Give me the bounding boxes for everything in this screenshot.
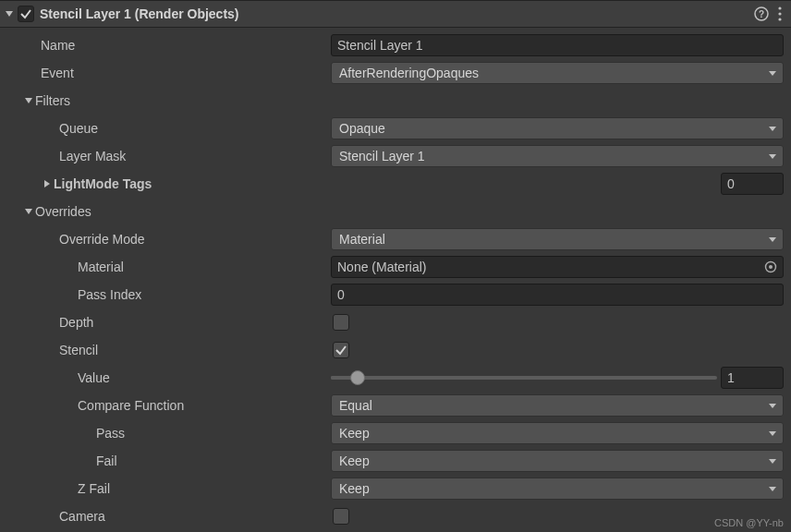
slider-thumb[interactable] bbox=[350, 370, 365, 385]
header-foldout[interactable] bbox=[3, 7, 16, 20]
layermask-label: Layer Mask bbox=[2, 149, 327, 163]
queue-label: Queue bbox=[2, 121, 327, 136]
pass-label: Pass bbox=[2, 426, 327, 441]
material-field[interactable]: None (Material) bbox=[331, 256, 784, 278]
material-label: Material bbox=[2, 260, 327, 274]
chevron-down-icon bbox=[768, 456, 777, 466]
overrides-foldout[interactable]: Overrides bbox=[2, 204, 327, 219]
lightmode-foldout[interactable]: LightMode Tags bbox=[2, 176, 327, 191]
stencil-label: Stencil bbox=[2, 343, 327, 357]
lightmode-label: LightMode Tags bbox=[54, 176, 152, 191]
dropdown-value: Keep bbox=[339, 453, 775, 468]
override-mode-label: Override Mode bbox=[2, 232, 327, 247]
chevron-down-icon bbox=[768, 429, 777, 438]
passindex-label: Pass Index bbox=[2, 287, 327, 302]
name-label: Name bbox=[2, 38, 327, 53]
kebab-menu-icon[interactable] bbox=[778, 6, 782, 21]
watermark-text: CSDN @YY-nb bbox=[714, 517, 784, 528]
enable-checkbox[interactable] bbox=[18, 6, 34, 22]
filters-foldout[interactable]: Filters bbox=[2, 93, 327, 108]
dropdown-value: Material bbox=[339, 232, 775, 247]
name-input[interactable] bbox=[331, 34, 784, 56]
fail-dropdown[interactable]: Keep bbox=[331, 450, 784, 472]
svg-point-3 bbox=[778, 12, 781, 15]
dropdown-value: Equal bbox=[339, 398, 775, 413]
component-title: Stencil Layer 1 (Render Objects) bbox=[40, 6, 754, 21]
chevron-down-icon bbox=[768, 151, 777, 161]
overrides-label: Overrides bbox=[35, 204, 91, 219]
chevron-down-icon bbox=[768, 401, 777, 410]
compare-dropdown[interactable]: Equal bbox=[331, 394, 784, 417]
material-value: None (Material) bbox=[337, 260, 426, 274]
inspector-body: Name Event AfterRenderingOpaques Filters… bbox=[0, 28, 791, 532]
chevron-down-icon bbox=[768, 68, 777, 78]
filters-label: Filters bbox=[35, 93, 70, 108]
camera-label: Camera bbox=[2, 509, 327, 524]
svg-point-6 bbox=[769, 265, 773, 269]
queue-dropdown[interactable]: Opaque bbox=[331, 117, 784, 139]
dropdown-value: Opaque bbox=[339, 121, 775, 136]
svg-point-2 bbox=[778, 6, 781, 9]
layermask-dropdown[interactable]: Stencil Layer 1 bbox=[331, 145, 784, 167]
event-label: Event bbox=[2, 66, 327, 80]
lightmode-count-input[interactable] bbox=[721, 173, 784, 195]
object-picker-icon[interactable] bbox=[762, 259, 779, 275]
dropdown-value: Keep bbox=[339, 426, 775, 441]
stencil-value-slider[interactable] bbox=[331, 376, 717, 380]
help-icon[interactable]: ? bbox=[754, 6, 769, 21]
foldout-open-icon bbox=[22, 205, 35, 218]
dropdown-value: AfterRenderingOpaques bbox=[339, 66, 775, 80]
foldout-open-icon bbox=[22, 94, 35, 107]
component-header: Stencil Layer 1 (Render Objects) ? bbox=[0, 0, 791, 28]
fail-label: Fail bbox=[2, 453, 327, 468]
stencil-checkbox[interactable] bbox=[333, 342, 349, 358]
dropdown-value: Keep bbox=[339, 481, 775, 496]
passindex-input[interactable] bbox=[331, 284, 784, 306]
chevron-down-icon bbox=[768, 484, 777, 493]
camera-checkbox[interactable] bbox=[333, 508, 349, 525]
svg-point-4 bbox=[778, 18, 781, 20]
pass-dropdown[interactable]: Keep bbox=[331, 422, 784, 444]
chevron-down-icon bbox=[768, 124, 777, 133]
stencil-value-label: Value bbox=[2, 370, 327, 385]
stencil-value-input[interactable] bbox=[721, 367, 784, 389]
compare-label: Compare Function bbox=[2, 398, 327, 413]
foldout-closed-icon bbox=[41, 177, 54, 190]
depth-checkbox[interactable] bbox=[333, 314, 349, 331]
chevron-down-icon bbox=[768, 235, 777, 244]
dropdown-value: Stencil Layer 1 bbox=[339, 149, 775, 163]
event-dropdown[interactable]: AfterRenderingOpaques bbox=[331, 62, 784, 84]
override-mode-dropdown[interactable]: Material bbox=[331, 228, 784, 250]
zfail-label: Z Fail bbox=[2, 481, 327, 496]
depth-label: Depth bbox=[2, 315, 327, 330]
zfail-dropdown[interactable]: Keep bbox=[331, 478, 784, 500]
svg-text:?: ? bbox=[759, 9, 764, 19]
